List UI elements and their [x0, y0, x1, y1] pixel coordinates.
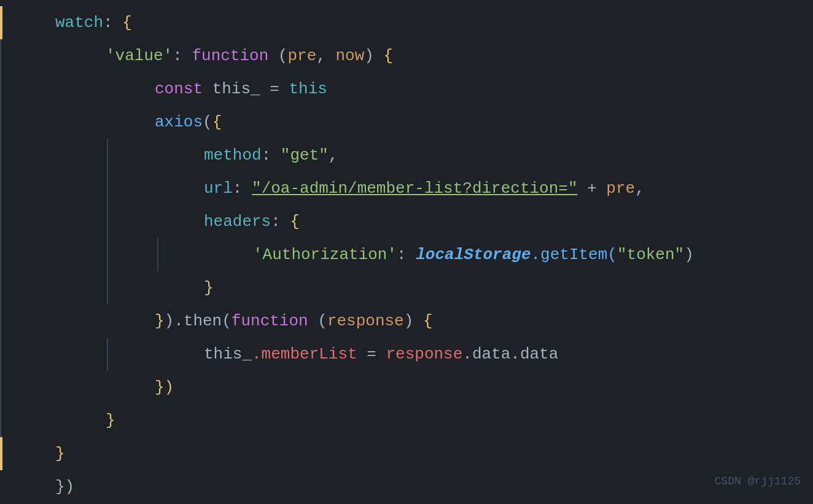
token: "get" — [281, 139, 329, 172]
token: { — [423, 304, 433, 338]
token: { — [384, 39, 394, 72]
token: { — [122, 6, 132, 39]
inner-bar-7 — [107, 205, 108, 238]
token: ( — [268, 39, 287, 72]
code-line-15: }) — [0, 470, 813, 503]
inner-bar-5 — [107, 139, 108, 172]
token: response — [327, 304, 404, 338]
token: now — [336, 39, 365, 72]
inner-bar-11 — [107, 338, 108, 371]
token: ) — [404, 304, 423, 338]
code-line-13: } — [0, 404, 813, 437]
token: url — [204, 172, 233, 205]
token: { — [290, 205, 300, 238]
token: method — [204, 139, 262, 172]
token: response — [386, 338, 462, 371]
token: .getItem( — [531, 238, 617, 271]
code-line-7: headers: { — [0, 205, 813, 238]
token: } — [106, 404, 115, 437]
token: : — [173, 39, 192, 72]
inner-bar-8b — [157, 238, 158, 271]
code-line-6: url: "/oa-admin/member-list?direction=" … — [0, 172, 813, 205]
token: = — [260, 72, 289, 106]
token: const — [155, 72, 203, 106]
token: : — [233, 172, 252, 205]
code-editor: watch: { 'value': function (pre, now) { … — [0, 0, 813, 504]
code-line-10: }).then(function (response) { — [0, 304, 813, 338]
left-gutter-highlight-14 — [0, 437, 2, 470]
token: this_ — [204, 338, 252, 371]
token: .data.data — [462, 338, 558, 371]
token: : — [271, 205, 290, 238]
token: localStorage — [416, 238, 531, 271]
code-block: watch: { 'value': function (pre, now) { … — [0, 0, 813, 504]
token: pre — [287, 39, 316, 72]
code-line-5: method: "get", — [0, 139, 813, 172]
token: watch — [55, 6, 103, 39]
token: headers — [204, 205, 271, 238]
token: .memberList — [252, 338, 357, 371]
token: ).then( — [165, 304, 231, 338]
code-line-12: }) — [0, 371, 813, 404]
code-line-9: } — [0, 271, 813, 304]
code-line-11: this_.memberList = response.data.data — [0, 338, 813, 371]
code-line-4: axios({ — [0, 106, 813, 139]
code-line-2: 'value': function (pre, now) { — [0, 39, 813, 72]
credit-text: CSDN @rjj1125 — [715, 465, 801, 498]
left-gutter-highlight-1 — [0, 6, 2, 39]
token: , — [329, 139, 338, 172]
token: ) — [364, 39, 383, 72]
token: : — [397, 238, 416, 271]
token: : — [103, 6, 122, 39]
token: "token" — [617, 238, 684, 271]
token: ( — [203, 106, 212, 139]
token: pre — [606, 172, 635, 205]
code-line-1: watch: { — [0, 6, 813, 39]
token: 'value' — [106, 39, 173, 72]
token: { — [212, 106, 222, 139]
token: , — [316, 39, 335, 72]
token: , — [635, 172, 645, 205]
token: } — [204, 271, 214, 304]
token: "/oa-admin/member-list?direction=" — [252, 172, 578, 205]
token: function — [192, 39, 268, 72]
token: } — [55, 437, 65, 470]
token: axios — [155, 106, 203, 139]
code-line-14: } — [0, 437, 813, 470]
inner-bar-8a — [107, 238, 108, 271]
token: } — [155, 304, 165, 338]
token: this_ — [203, 72, 260, 106]
code-line-3: const this_ = this — [0, 72, 813, 106]
token: 'Authorization' — [253, 238, 397, 271]
token: = — [357, 338, 386, 371]
token: ) — [684, 238, 694, 271]
token: + — [578, 172, 607, 205]
code-line-8: 'Authorization': localStorage.getItem("t… — [0, 238, 813, 271]
token: }) — [55, 470, 74, 503]
token: : — [262, 139, 281, 172]
token: function — [231, 304, 308, 338]
inner-bar-6 — [107, 172, 108, 205]
token: this — [289, 72, 327, 106]
token: }) — [155, 371, 174, 404]
inner-bar-9 — [107, 271, 108, 304]
token: ( — [308, 304, 327, 338]
